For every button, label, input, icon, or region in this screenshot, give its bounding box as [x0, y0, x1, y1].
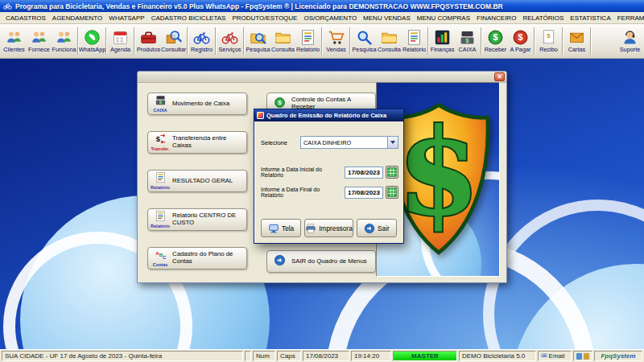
dialog-button-impressora[interactable]: Impressora: [304, 219, 353, 237]
quadro-button-sair-do-quadro-de-menus[interactable]: SAIR do Quadro de Menus: [266, 250, 376, 273]
toolbar-button-label: Suporte: [620, 47, 641, 52]
menu-item-financeiro[interactable]: FINANCEIRO: [473, 14, 519, 23]
toolbar-button-consulta[interactable]: Consulta: [377, 26, 402, 57]
report-dialog: Quadro de Emissão do Relatório de Caixa …: [254, 109, 404, 244]
status-num-indicator: Num: [253, 351, 275, 361]
dialog-button-label: Sair: [378, 224, 390, 232]
toolbox-icon: [140, 29, 157, 46]
toolbar-button-consultar[interactable]: Consultar: [161, 26, 186, 57]
toolbar-button-label: Produtos: [137, 47, 160, 52]
window-title: Programa para Bicicletaria, Vendas e Fin…: [15, 2, 503, 10]
menu-item-menu-compras[interactable]: MENU COMPRAS: [414, 14, 473, 23]
toolbar-button-whatsapp[interactable]: WhatsApp: [80, 26, 105, 57]
printer-icon: [305, 223, 316, 234]
menu-item-whatsapp[interactable]: WHATSAPP: [105, 14, 147, 23]
quadro-button-resultado-geral[interactable]: Relatório RESULTADO GERAL: [147, 170, 247, 192]
toolbar-button-finan-as[interactable]: Finanças: [430, 26, 455, 57]
toolbar-button-label: Clientes: [3, 47, 24, 52]
menu-item-produto-estoque[interactable]: PRODUTO/ESTOQUE: [229, 14, 300, 23]
toolbar-button-fornece[interactable]: Fornece: [27, 26, 52, 57]
application-window: Programa para Bicicletaria, Vendas e Fin…: [0, 0, 644, 362]
report-icon: [299, 29, 316, 46]
calendar-button-initial[interactable]: [386, 166, 398, 179]
toolbar-button-vendas[interactable]: Vendas: [324, 26, 349, 57]
window-titlebar[interactable]: Programa para Bicicletaria, Vendas e Fin…: [0, 0, 644, 12]
search-box-icon: [165, 29, 182, 46]
quadro-button-label: SAIR do Quadro de Menus: [291, 258, 367, 265]
menu-item-os-or-amento[interactable]: OS/ORÇAMENTO: [300, 14, 360, 23]
menu-item-label: CADASTRO BICICLETAS: [151, 14, 226, 22]
desktop-area: ✕ CAIXA Movimento de Caixa Transfer.: [0, 59, 644, 349]
toolbar-button-produtos[interactable]: Produtos: [136, 26, 161, 57]
menu-item-relat-rios[interactable]: RELATÓRIOS: [519, 14, 567, 23]
report-dialog-titlebar[interactable]: Quadro de Emissão do Relatório de Caixa: [254, 109, 403, 121]
toolbar-button-label: Consulta: [271, 47, 295, 52]
toolbar-button-label: Funciona: [52, 47, 76, 52]
quadro-button-movimento-de-caixa[interactable]: CAIXA Movimento de Caixa: [147, 93, 247, 115]
date-initial-input[interactable]: 17/08/2023: [345, 167, 383, 179]
toolbar-button-a-pagar[interactable]: A Pagar: [508, 26, 533, 57]
status-email[interactable]: ✉ Email: [538, 351, 572, 361]
whatsapp-icon: [84, 29, 101, 46]
calendar-button-final[interactable]: [386, 186, 398, 199]
toolbar-button-pesquisa[interactable]: Pesquisa: [246, 26, 270, 57]
toolbar-button-servi-os[interactable]: Serviços: [217, 26, 242, 57]
toolbar-button-label: Registro: [191, 47, 213, 52]
menu-item-label: ESTATISTICA: [570, 14, 610, 22]
toolbar-button-agenda[interactable]: Agenda: [108, 26, 133, 57]
menu-item-menu-vendas[interactable]: MENU VENDAS: [360, 14, 414, 23]
dialog-button-sair[interactable]: Sair: [357, 219, 397, 237]
cash-register-icon: [459, 29, 476, 46]
toolbar-button-clientes[interactable]: Clientes: [2, 26, 27, 57]
menu-item-agendamento[interactable]: AGENDAMENTO: [49, 14, 106, 23]
letters-icon: [568, 29, 585, 46]
date-final-label: Informe a Data Final do Relatório: [261, 187, 342, 198]
quadro-button-relat-rio-centro-de-custo[interactable]: Relatório Relatório CENTRO DE CUSTO: [147, 208, 247, 231]
quadro-button-cadastro-do-plano-de-contas[interactable]: Contas Cadastro do Plano de Contas: [147, 247, 247, 269]
people-icon: [56, 29, 72, 46]
quadro-button-caption: CAIXA: [153, 109, 167, 113]
menu-item-label: AGENDAMENTO: [52, 14, 103, 22]
toolbar-button-relat-rio[interactable]: Relatório: [402, 26, 427, 57]
dialog-button-tela[interactable]: Tela: [261, 219, 301, 237]
toolbar-button-receber[interactable]: Receber: [483, 26, 508, 57]
folder-icon: [381, 29, 398, 46]
toolbar-button-label: WhatsApp: [79, 47, 106, 52]
people-icon: [6, 29, 23, 46]
toolbar-separator: [349, 27, 351, 55]
toolbar-separator: [481, 27, 482, 55]
status-date: 17/08/2023: [303, 351, 349, 361]
toolbar-button-label: CAIXA: [459, 47, 477, 52]
toolbar-separator: [243, 27, 245, 55]
calendar-icon: [112, 29, 129, 46]
toolbar-button-caixa[interactable]: CAIXA: [455, 26, 480, 57]
finance-menu-titlebar[interactable]: ✕: [138, 72, 506, 83]
menu-item-cadastros[interactable]: CADASTROS: [2, 14, 49, 23]
status-caps-indicator: Caps: [277, 351, 301, 361]
close-icon[interactable]: ✕: [494, 72, 505, 81]
toolbar-button-suporte[interactable]: Suporte: [617, 26, 642, 57]
date-final-input[interactable]: 17/08/2023: [345, 187, 383, 199]
transfer-icon: [155, 133, 167, 147]
bicycle-service-icon: [221, 29, 238, 46]
toolbar-button-consulta[interactable]: Consulta: [270, 26, 295, 57]
menu-item-cadastro-bicicletas[interactable]: CADASTRO BICICLETAS: [148, 14, 229, 23]
menu-item-ferramentas[interactable]: FERRAMENTAS: [614, 14, 644, 23]
toolbar-button-pesquisa[interactable]: Pesquisa: [352, 26, 377, 57]
menu-item-label: FINANCEIRO: [477, 14, 516, 22]
toolbar-button-funciona[interactable]: Funciona: [52, 26, 76, 57]
toolbar-button-cartas[interactable]: Cartas: [564, 26, 589, 57]
quadro-button-transferencia-entre-caixas[interactable]: Transfer. Transferencia entre Caixas: [147, 131, 247, 154]
toolbar-button-relat-rio[interactable]: Relatório: [295, 26, 320, 57]
toolbar-button-label: Relatório: [296, 47, 320, 52]
quadro-button-label: Movimento de Caixa: [172, 101, 229, 108]
caixa-select[interactable]: CAIXA DINHEIRO: [300, 136, 398, 149]
menu-item-estatistica[interactable]: ESTATISTICA: [567, 14, 613, 23]
toolbar-button-label: Serviços: [219, 47, 242, 52]
folder-icon: [275, 29, 291, 46]
toolbar-button-recibo[interactable]: Recibo: [536, 26, 561, 57]
toolbar-button-registro[interactable]: Registro: [189, 26, 214, 57]
menu-item-label: RELATÓRIOS: [522, 14, 564, 22]
folder-search-icon: [250, 29, 266, 46]
chevron-down-icon[interactable]: [387, 137, 398, 148]
